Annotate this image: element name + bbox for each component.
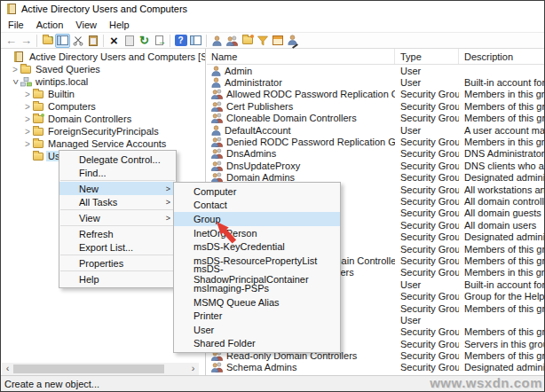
cell-description: Members of this group ...	[459, 303, 544, 314]
set-filter-button[interactable]	[255, 34, 270, 48]
expander-icon[interactable]: >	[11, 76, 20, 87]
tree-item-active-directory-users-and-computers-server2k16-win[interactable]: Active Directory Users and Computers [Se…	[1, 51, 205, 63]
cell-name: Schema Admins	[207, 362, 395, 372]
group-icon	[211, 113, 223, 123]
submenu-item-inetorgperson[interactable]: InetOrgPerson	[174, 226, 340, 240]
create-group-button[interactable]	[225, 34, 240, 48]
toolbar-separator	[100, 35, 107, 47]
column-header-type[interactable]: Type	[395, 49, 459, 64]
cell-type: Security Group...	[395, 101, 459, 112]
column-header-name[interactable]: Name	[207, 49, 395, 64]
submenu-item-contact[interactable]: Contact	[174, 199, 340, 213]
cell-name: Cert Publishers	[207, 101, 395, 112]
expander-icon[interactable]: >	[22, 90, 33, 99]
context-menu-item-new[interactable]: New>	[59, 182, 176, 195]
context-menu-item-refresh[interactable]: Refresh	[59, 227, 176, 240]
expander-icon[interactable]: >	[10, 65, 20, 74]
submenu-item-msds-shadowprincipalcontainer[interactable]: msDS-ShadowPrincipalContainer	[174, 268, 340, 282]
menu-help[interactable]: Help	[103, 20, 136, 30]
table-row[interactable]: DnsUpdateProxySecurity Group...DNS clien…	[207, 160, 544, 171]
horizontal-scrollbar[interactable]: ‹ ›	[2, 363, 199, 375]
forward-button[interactable]: →	[19, 34, 34, 48]
expander-icon[interactable]: >	[22, 114, 33, 124]
scroll-right-button[interactable]: ›	[187, 363, 199, 375]
cell-description: Members of this group ...	[459, 101, 544, 112]
tree-item-managed-service-accounts[interactable]: >Managed Service Accounts	[1, 137, 205, 150]
column-header-description[interactable]: Description	[459, 49, 544, 64]
table-row[interactable]: Cert PublishersSecurity Group...Members …	[207, 100, 544, 112]
user-icon	[211, 66, 221, 76]
folder-icon	[33, 90, 43, 98]
context-menu-item-find[interactable]: Find...	[59, 166, 176, 179]
tree-item-foreignsecurityprincipals[interactable]: >ForeignSecurityPrincipals	[1, 125, 205, 137]
properties-doc-button[interactable]	[122, 34, 137, 48]
help-button[interactable]: ?	[173, 34, 188, 48]
create-user-button[interactable]	[209, 34, 225, 48]
menu-action[interactable]: Action	[30, 20, 70, 30]
context-menu-item-delegate-control[interactable]: Delegate Control...	[59, 153, 176, 166]
tree-item-builtin[interactable]: >Builtin	[1, 88, 205, 100]
show-console-tree-button[interactable]	[55, 34, 70, 48]
cell-type: Security Group...	[395, 113, 459, 123]
cell-type: Security Group...	[395, 161, 459, 171]
tree-item-label: ForeignSecurityPrincipals	[46, 126, 161, 137]
context-menu-item-all-tasks[interactable]: All Tasks>	[59, 195, 176, 208]
context-menu-item-export-list[interactable]: Export List...	[59, 240, 176, 254]
cell-description: Members of this group ...	[459, 255, 544, 266]
group-icon	[226, 35, 238, 46]
create-ou-button[interactable]	[240, 34, 255, 48]
submenu-item-printer[interactable]: Printer	[174, 309, 340, 323]
delegate-button[interactable]	[285, 34, 300, 48]
tree-item-domain-controllers[interactable]: >Domain Controllers	[1, 113, 205, 125]
tree-item-wintips-local[interactable]: >wintips.local	[1, 75, 205, 88]
table-row[interactable]: Allowed RODC Password Replication GroupS…	[207, 89, 544, 100]
title-bar: Active Directory Users and Computers	[1, 1, 544, 17]
back-button[interactable]: ←	[4, 34, 19, 48]
properties-window-button[interactable]	[188, 34, 203, 48]
scrollbar-thumb[interactable]	[13, 365, 164, 373]
cell-type: Security Group...	[395, 172, 459, 183]
submenu-item-msimaging-psps[interactable]: msImaging-PSPs	[174, 281, 340, 295]
scroll-left-button[interactable]: ‹	[2, 363, 13, 375]
menu-item-label: Printer	[194, 310, 222, 321]
menu-view[interactable]: View	[69, 20, 103, 30]
cell-name: DnsAdmins	[207, 148, 395, 159]
up-one-level-button[interactable]: ↑	[40, 34, 55, 48]
table-row[interactable]: Cloneable Domain ControllersSecurity Gro…	[207, 113, 544, 124]
table-row[interactable]: AdministratorUserBuilt-in account for ad…	[207, 76, 544, 88]
cell-description: Members of this group ...	[459, 326, 544, 337]
submenu-item-computer[interactable]: Computer	[174, 184, 340, 199]
submenu-arrow-icon: >	[166, 198, 170, 207]
menu-separator	[60, 255, 175, 255]
cell-description: Designated administrato...	[459, 231, 544, 242]
refresh-button[interactable]: ↻	[137, 34, 152, 48]
expander-icon[interactable]: >	[22, 102, 33, 112]
submenu-item-group[interactable]: Group	[174, 212, 340, 226]
tree-item-saved-queries[interactable]: >Saved Queries	[1, 63, 205, 75]
export-list-button[interactable]: →	[152, 34, 167, 48]
context-menu-item-properties[interactable]: Properties	[59, 256, 176, 270]
view-options-button[interactable]	[270, 34, 285, 48]
submenu-item-user[interactable]: User	[174, 323, 340, 337]
table-row[interactable]: DnsAdminsSecurity Group...DNS Administra…	[207, 148, 544, 160]
table-row[interactable]: Schema AdminsSecurity Group...Designated…	[207, 362, 544, 373]
submenu-item-msmq-queue-alias[interactable]: MSMQ Queue Alias	[174, 295, 340, 310]
paste-button[interactable]	[85, 34, 100, 48]
submenu-item-msds-keycredential[interactable]: msDS-KeyCredential	[174, 239, 340, 254]
submenu-item-shared-folder[interactable]: Shared Folder	[174, 337, 340, 351]
table-row[interactable]: Denied RODC Password Replication GroupSe…	[207, 136, 544, 147]
cell-description: Members in this group c...	[459, 267, 544, 278]
tree-item-computers[interactable]: >Computers	[1, 100, 205, 113]
table-row[interactable]: AdminUser	[207, 65, 544, 76]
menu-file[interactable]: File	[1, 20, 30, 30]
delete-button[interactable]: ×	[107, 34, 122, 48]
expander-icon[interactable]: >	[22, 127, 33, 137]
context-menu-item-view[interactable]: View>	[59, 211, 176, 224]
menu-bar: FileActionViewHelp	[1, 17, 544, 32]
table-row[interactable]: DefaultAccountUserA user account manage.…	[207, 124, 544, 136]
tree-item-label: Builtin	[46, 89, 76, 99]
cut-button[interactable]	[70, 34, 85, 48]
expander-icon[interactable]: >	[22, 139, 33, 149]
menu-item-label: MSMQ Queue Alias	[194, 297, 280, 308]
context-menu-item-help[interactable]: Help	[59, 272, 176, 286]
